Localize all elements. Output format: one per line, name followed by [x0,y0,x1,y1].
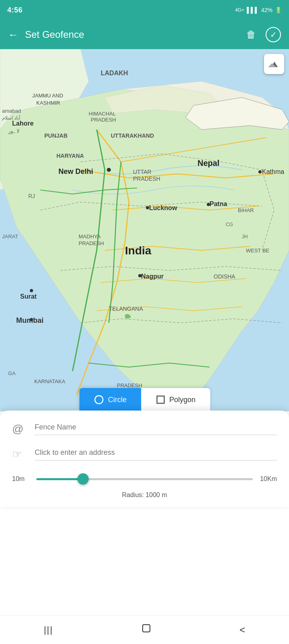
svg-rect-47 [157,396,164,403]
circle-button[interactable]: Circle [79,388,141,411]
svg-text:TELANGANA: TELANGANA [109,305,143,312]
svg-text:Mumbai: Mumbai [16,316,44,324]
map-area[interactable]: LADAKH JAMMU AND KASHMIR Lahore لاہور am… [0,49,289,411]
circle-shape-icon [94,394,104,405]
svg-text:KASHMIR: KASHMIR [36,100,60,106]
bottom-nav: ||| < [0,615,289,644]
polygon-button[interactable]: Polygon [141,388,210,411]
svg-point-22 [146,206,149,209]
svg-point-14 [107,168,111,172]
address-input[interactable] [35,448,277,460]
fence-name-input[interactable] [35,423,277,435]
radius-slider-row: 10m 10Km [12,473,277,485]
svg-text:Nepal: Nepal [198,159,219,167]
app-bar: ← Set Geofence 🗑 ✓ [0,20,289,49]
svg-text:HARYANA: HARYANA [56,153,84,159]
svg-point-39 [30,318,33,321]
svg-text:JARAT: JARAT [2,233,18,239]
svg-text:PRADESH: PRADESH [117,382,142,388]
svg-text:LADAKH: LADAKH [101,70,128,76]
polygon-label: Polygon [169,396,195,404]
svg-text:HIMACHAL: HIMACHAL [89,111,116,117]
bottom-panel: @ ☞ 10m 10Km Radius: 1000 m [0,411,289,507]
fence-name-row: @ [12,423,277,436]
home-square-icon [141,623,152,634]
app-bar-actions: 🗑 ✓ [246,27,281,42]
terrain-toggle-button[interactable] [264,54,284,74]
svg-text:WEST BE: WEST BE [246,248,270,254]
svg-text:Patna: Patna [210,200,227,207]
svg-text:Kathma: Kathma [262,168,284,175]
signal-icon: ▌▌▌ [247,7,259,13]
svg-text:UTTARAKHAND: UTTARAKHAND [111,132,154,139]
slider-container[interactable] [36,473,253,485]
back-button[interactable]: ← [8,29,19,41]
battery-label: 42% [261,7,272,13]
status-time: 4:56 [7,6,23,14]
svg-text:JAMMU AND: JAMMU AND [32,93,63,99]
svg-point-19 [258,170,262,173]
svg-text:Surat: Surat [20,293,37,300]
shape-selector: Circle Polygon [79,388,210,411]
svg-text:PRADESH: PRADESH [91,117,116,123]
svg-text:BIHAR: BIHAR [238,207,254,213]
svg-point-37 [30,289,33,292]
svg-text:Lahore: Lahore [12,120,33,127]
radius-display: Radius: 1000 m [12,491,277,499]
map-svg: LADAKH JAMMU AND KASHMIR Lahore لاہور am… [0,49,289,411]
polygon-shape-icon [156,395,165,405]
delete-button[interactable]: 🗑 [246,29,256,40]
svg-text:amabad: amabad [2,108,21,114]
svg-text:JH: JH [242,234,248,239]
slider-min-label: 10m [12,475,29,483]
battery-icon: 🔋 [275,7,282,13]
svg-text:KARNATAKA: KARNATAKA [34,378,65,384]
svg-text:Nagpur: Nagpur [141,273,164,280]
terrain-icon [268,59,280,69]
svg-text:PUNJAB: PUNJAB [44,132,68,139]
svg-text:PRADESH: PRADESH [133,175,160,182]
address-icon: ☞ [12,448,27,461]
svg-text:PRADESH: PRADESH [79,240,104,246]
network-label: 4G+ [235,7,244,13]
circle-label: Circle [108,396,127,404]
svg-rect-48 [143,625,150,632]
svg-text:MADHYA: MADHYA [79,233,101,239]
back-nav-button[interactable]: < [239,624,245,636]
svg-text:آباد اسلام: آباد اسلام [2,115,21,121]
svg-text:RJ: RJ [28,193,35,199]
svg-point-34 [138,274,141,277]
address-row: ☞ [12,448,277,461]
app-bar-left: ← Set Geofence [8,29,84,41]
svg-text:Lucknow: Lucknow [149,204,177,211]
page-title: Set Geofence [25,29,84,40]
svg-point-24 [207,203,210,206]
svg-text:ODISHA: ODISHA [214,273,235,280]
address-field[interactable] [35,448,277,460]
svg-text:GA: GA [8,370,16,376]
svg-text:لاہور: لاہور [8,128,19,134]
check-icon: ✓ [270,30,277,39]
menu-nav-button[interactable]: ||| [44,625,53,635]
status-icons: 4G+ ▌▌▌ 42% 🔋 [235,7,282,13]
fence-name-icon: @ [12,423,27,436]
svg-text:New Delhi: New Delhi [58,167,93,175]
slider-max-label: 10Km [260,475,277,483]
fence-name-field[interactable] [35,423,277,435]
svg-text:CG: CG [226,222,233,227]
radius-slider[interactable] [36,478,253,480]
status-bar: 4:56 4G+ ▌▌▌ 42% 🔋 [0,0,289,20]
confirm-button[interactable]: ✓ [266,27,281,42]
radius-value: Radius: 1000 m [122,491,167,498]
svg-point-46 [95,396,103,404]
svg-text:India: India [125,244,152,257]
svg-text:UTTAR: UTTAR [133,169,152,175]
home-nav-button[interactable] [141,623,152,637]
